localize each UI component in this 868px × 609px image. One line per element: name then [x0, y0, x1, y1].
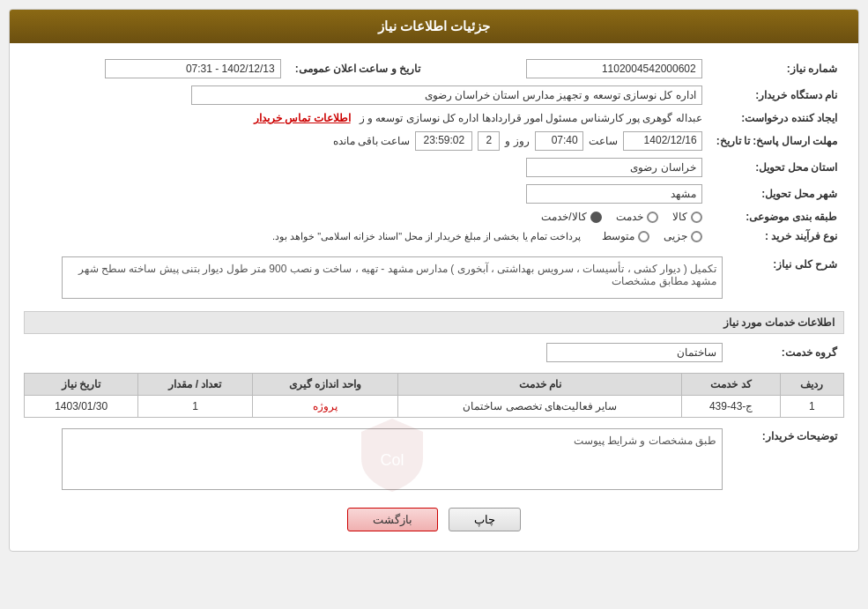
sharh-table: شرح کلی نیاز: تکمیل ( دیوار کشی ، تأسیسا… [24, 253, 844, 302]
nevoe-value: جزیی متوسط پرداخت تمام یا بخشی از مبلغ خ… [24, 227, 709, 246]
tabaqe-kala-khedmat: کالا/خدمت [541, 211, 601, 223]
nevoe-description: پرداخت تمام یا بخشی از مبلغ خریدار از مح… [272, 231, 581, 242]
radio-khedmat [647, 212, 658, 223]
col-radif: ردیف [780, 374, 843, 396]
ejad-value: عبداله گوهری پور کارشناس مسئول امور قرار… [24, 108, 709, 128]
print-button[interactable]: چاپ [449, 508, 521, 531]
col-code: کد خدمت [682, 374, 780, 396]
remaining-label: ساعت باقی مانده [333, 135, 411, 147]
tabaqe-radio-row: کالا خدمت کالا/خدمت [31, 211, 702, 223]
ostan-label: استان محل تحویل: [709, 154, 844, 181]
nevoe-mota-label: متوسط [602, 230, 634, 242]
nevoe-mota: متوسط [602, 230, 649, 242]
ejad-label: ایجاد کننده درخواست: [709, 108, 844, 128]
nevoe-label: نوع فرآیند خرید : [709, 227, 844, 246]
nevoe-jozi-label: جزیی [664, 230, 687, 242]
shomara-label: شماره نیاز: [709, 56, 844, 82]
datetime-row: 1402/12/16 ساعت 07:40 روز و 2 23:59:02 س… [31, 131, 702, 151]
mohlat-row: 1402/12/16 ساعت 07:40 روز و 2 23:59:02 س… [24, 128, 709, 154]
cell-name: سایر فعالیت‌های تخصصی ساختمان [398, 396, 682, 418]
dastgah-label: نام دستگاه خریدار: [709, 82, 844, 108]
sharh-box: تکمیل ( دیوار کشی ، تأسیسات ، سرویس بهدا… [62, 256, 723, 299]
main-card: جزئیات اطلاعات نیاز شماره نیاز: 11020045… [9, 9, 859, 552]
col-name: نام خدمت [398, 374, 682, 396]
page-title: جزئیات اطلاعات نیاز [378, 19, 490, 33]
group-label: گروه خدمت: [730, 339, 844, 366]
col-amount: تعداد / مقدار [138, 374, 252, 396]
time-input: 07:40 [535, 131, 583, 151]
tabaqe-kala-label: کالا [672, 211, 687, 223]
tabaqe-options: کالا خدمت کالا/خدمت [24, 207, 709, 227]
nevoe-jozi: جزیی [664, 230, 702, 242]
shahr-value: مشهد [24, 181, 709, 207]
card-header: جزئیات اطلاعات نیاز [10, 10, 858, 43]
towzihaat-label: توضیحات خریدار: [730, 425, 844, 494]
towzihaat-box: طبق مشخصات و شرایط پیوست Col [62, 428, 723, 490]
ostan-value: خراسان رضوی [24, 154, 709, 181]
col-unit: واحد اندازه گیری [252, 374, 398, 396]
table-row: 1 ج-43-439 سایر فعالیت‌های تخصصی ساختمان… [25, 396, 844, 418]
towzihaat-table: توضیحات خریدار: طبق مشخصات و شرایط پیوست… [24, 425, 844, 494]
shahr-input: مشهد [526, 184, 702, 204]
top-info-table: شماره نیاز: 1102004542000602 تاریخ و ساع… [24, 56, 844, 246]
shomara-value: 1102004542000602 [445, 56, 709, 82]
button-row: چاپ بازگشت [24, 508, 844, 531]
tabaqe-khedmat-label: خدمت [616, 211, 643, 223]
roz-input: 2 [478, 131, 500, 151]
towzihaat-text: طبق مشخصات و شرایط پیوست [574, 434, 716, 447]
tarikh-aalan-value: 1402/12/13 - 07:31 [24, 56, 288, 82]
time-label: ساعت [589, 135, 618, 147]
tabaqe-kala: کالا [672, 211, 702, 223]
mohlat-label: مهلت ارسال پاسخ: تا تاریخ: [709, 128, 844, 154]
tabaqe-kala-khedmat-label: کالا/خدمت [541, 211, 586, 223]
dastgah-value: اداره کل نوسازی توسعه و تجهیز مدارس استا… [24, 82, 709, 108]
sharh-label: شرح کلی نیاز: [730, 253, 844, 302]
tarikh-aalan-label: تاریخ و ساعت اعلان عمومی: [288, 56, 427, 82]
group-input: ساختمان [546, 343, 723, 362]
radio-kala-khedmat [590, 212, 602, 223]
ejad-link[interactable]: اطلاعات تماس خریدار [254, 112, 351, 124]
tabaqe-label: طبقه بندی موضوعی: [709, 207, 844, 227]
cell-radif: 1 [780, 396, 843, 418]
shield-watermark: Col [357, 414, 427, 494]
towzihaat-value: طبق مشخصات و شرایط پیوست Col [24, 425, 730, 494]
card-body: شماره نیاز: 1102004542000602 تاریخ و ساع… [10, 43, 858, 551]
ejad-text: عبداله گوهری پور کارشناس مسئول امور قرار… [360, 112, 702, 124]
radio-mota [638, 231, 649, 242]
dastgah-input-box: اداره کل نوسازی توسعه و تجهیز مدارس استا… [191, 85, 702, 105]
services-table: ردیف کد خدمت نام خدمت واحد اندازه گیری ت… [24, 373, 844, 418]
roz-label: روز و [505, 135, 529, 147]
remaining-input: 23:59:02 [415, 131, 472, 151]
date-input: 1402/12/16 [623, 131, 702, 151]
services-section-title: اطلاعات خدمات مورد نیاز [24, 311, 844, 334]
ostan-input: خراسان رضوی [526, 158, 702, 177]
shahr-label: شهر محل تحویل: [709, 181, 844, 207]
sharh-value: تکمیل ( دیوار کشی ، تأسیسات ، سرویس بهدا… [24, 253, 730, 302]
group-value: ساختمان [24, 339, 730, 366]
group-table: گروه خدمت: ساختمان [24, 339, 844, 366]
col-date: تاریخ نیاز [25, 374, 138, 396]
cell-amount: 1 [138, 396, 252, 418]
nevoe-radio-row: جزیی متوسط پرداخت تمام یا بخشی از مبلغ خ… [31, 230, 702, 242]
radio-jozi [691, 231, 702, 242]
cell-unit: پروژه [252, 396, 398, 418]
tabaqe-khedmat: خدمت [616, 211, 658, 223]
page-wrapper: جزئیات اطلاعات نیاز شماره نیاز: 11020045… [0, 0, 868, 609]
back-button[interactable]: بازگشت [347, 508, 438, 531]
cell-code: ج-43-439 [682, 396, 780, 418]
svg-text:Col: Col [380, 451, 404, 469]
radio-kala [691, 212, 702, 223]
cell-date: 1403/01/30 [25, 396, 138, 418]
tarikh-aalan-input-box: 1402/12/13 - 07:31 [105, 59, 281, 78]
shomara-input-box: 1102004542000602 [526, 59, 702, 78]
